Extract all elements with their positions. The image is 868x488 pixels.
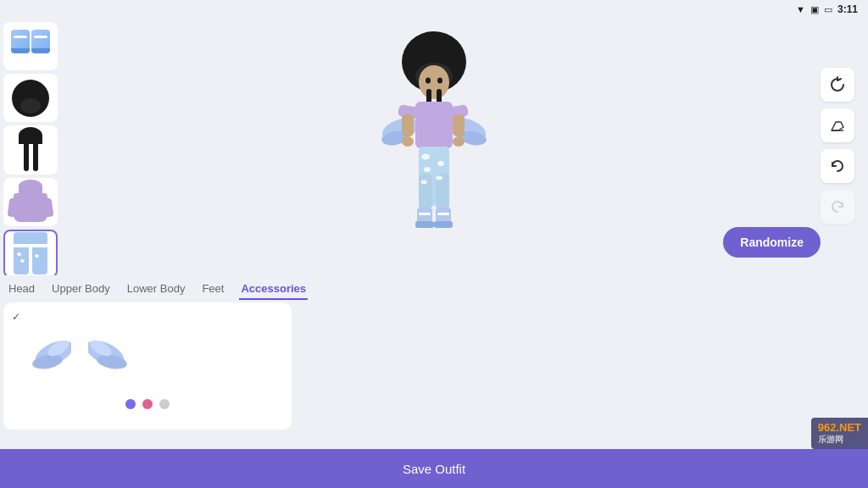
- save-outfit-bar[interactable]: Save Outfit: [0, 449, 868, 488]
- svg-point-17: [453, 136, 465, 147]
- undo-button[interactable]: [821, 149, 854, 183]
- svg-rect-14: [402, 114, 414, 136]
- svg-point-22: [437, 161, 444, 166]
- item-slot-pants[interactable]: [3, 230, 58, 278]
- selection-checkmark: ✓: [12, 311, 283, 323]
- svg-point-3: [426, 77, 431, 83]
- svg-point-21: [421, 153, 430, 159]
- color-selector: [12, 399, 283, 409]
- tab-feet[interactable]: Feet: [200, 279, 225, 300]
- right-tool-panel: [814, 68, 861, 224]
- svg-point-4: [437, 77, 442, 83]
- hoodie-graphic: [8, 180, 53, 224]
- tab-head[interactable]: Head: [7, 279, 36, 300]
- character-figure: [366, 30, 502, 275]
- item-slot-long-hair[interactable]: [3, 125, 58, 174]
- accessory-items-grid: [12, 330, 283, 382]
- randomize-button[interactable]: Randomize: [723, 227, 821, 258]
- eraser-button[interactable]: [821, 108, 854, 142]
- svg-rect-15: [453, 114, 465, 136]
- category-tabs: Head Upper Body Lower Body Feet Accessor…: [0, 275, 373, 302]
- svg-point-2: [419, 65, 449, 99]
- item-slot-shoes[interactable]: [3, 22, 58, 70]
- tab-accessories[interactable]: Accessories: [239, 279, 308, 300]
- tab-upper-body[interactable]: Upper Body: [50, 279, 112, 300]
- save-outfit-label: Save Outfit: [403, 462, 465, 476]
- tab-lower-body[interactable]: Lower Body: [125, 279, 187, 300]
- accessories-panel: ✓: [3, 302, 292, 430]
- status-time: 3:11: [837, 3, 858, 15]
- signal-icon: ▣: [810, 4, 819, 15]
- wifi-icon: ▼: [796, 4, 805, 14]
- shoes-graphic: [9, 30, 52, 64]
- svg-rect-28: [419, 213, 431, 215]
- svg-rect-11: [415, 102, 453, 148]
- accessory-wing-left[interactable]: [29, 338, 71, 374]
- left-item-panel: [0, 19, 61, 281]
- svg-point-24: [436, 175, 442, 180]
- watermark-top: 962.NET: [818, 421, 861, 434]
- svg-rect-31: [437, 213, 449, 215]
- battery-icon: ▭: [824, 4, 832, 15]
- wing-right-graphic: [88, 338, 131, 370]
- svg-rect-27: [415, 221, 434, 228]
- svg-rect-30: [434, 221, 453, 228]
- character-display: [61, 19, 807, 286]
- color-dot-pink[interactable]: [142, 399, 153, 409]
- color-dot-purple[interactable]: [125, 399, 136, 409]
- character-svg: [366, 30, 502, 275]
- history-button[interactable]: [821, 68, 854, 102]
- watermark-bottom: 乐游网: [818, 434, 861, 446]
- svg-point-16: [402, 136, 414, 147]
- redo-icon: [829, 198, 846, 215]
- long-hair-graphic: [18, 127, 43, 173]
- pants-graphic: [12, 232, 49, 274]
- color-dot-gray[interactable]: [159, 399, 170, 409]
- svg-rect-19: [419, 174, 432, 209]
- wing-left-graphic: [29, 338, 71, 370]
- afro-hair-graphic: [12, 80, 49, 117]
- status-bar: ▼ ▣ ▭ 3:11: [0, 0, 868, 19]
- undo-icon: [829, 158, 846, 175]
- history-icon: [829, 76, 846, 93]
- svg-point-23: [424, 167, 431, 172]
- accessory-wing-right[interactable]: [88, 338, 131, 374]
- watermark: 962.NET 乐游网: [811, 418, 868, 449]
- redo-button[interactable]: [821, 190, 854, 224]
- eraser-icon: [829, 117, 846, 134]
- item-slot-hoodie[interactable]: [3, 178, 58, 226]
- item-slot-afro-hair[interactable]: [3, 74, 58, 122]
- svg-point-25: [421, 180, 427, 184]
